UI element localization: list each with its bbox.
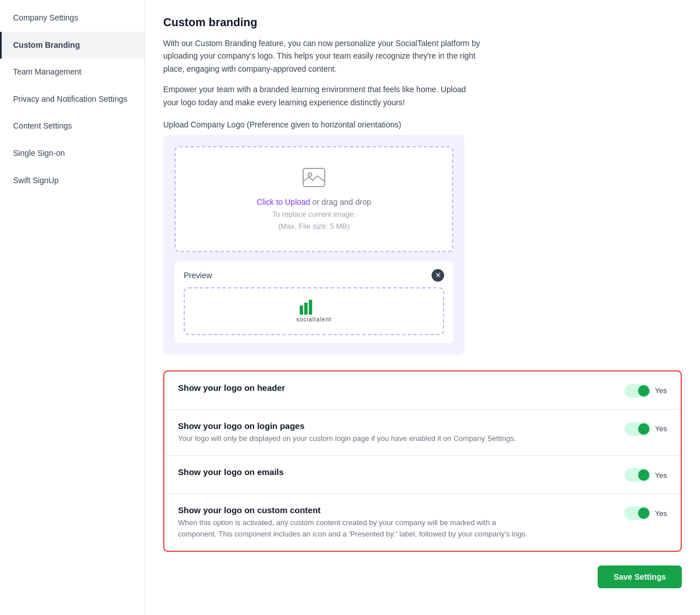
upload-label: Upload Company Logo (Preference given to… <box>163 120 682 129</box>
socialtalent-logo: socialtalent <box>296 300 332 323</box>
toggle-login[interactable] <box>624 422 651 436</box>
preview-container: Preview ✕ socialtalent <box>175 261 453 343</box>
setting-row-header: Show your logo on header Yes <box>164 372 681 410</box>
toggle-wrapper-custom-content: Yes <box>624 506 667 520</box>
sidebar: Company Settings Custom Branding Team Ma… <box>0 0 145 615</box>
svg-rect-2 <box>300 306 303 315</box>
setting-content-header: Show your logo on header <box>178 383 611 395</box>
toggle-custom-content[interactable] <box>624 506 651 520</box>
setting-title-emails: Show your logo on emails <box>178 467 611 477</box>
description-1: With our Custom Branding feature, you ca… <box>163 37 482 75</box>
toggle-header[interactable] <box>624 384 651 398</box>
save-settings-button[interactable]: Save Settings <box>598 566 682 588</box>
preview-image-area: socialtalent <box>184 287 444 335</box>
setting-content-emails: Show your logo on emails <box>178 467 611 479</box>
toggle-wrapper-emails: Yes <box>624 468 667 482</box>
preview-close-button[interactable]: ✕ <box>432 269 444 282</box>
setting-desc-login: Your logo will only be displayed on your… <box>178 433 531 444</box>
sidebar-item-privacy-notification[interactable]: Privacy and Notification Settings <box>0 86 144 113</box>
sidebar-item-team-management[interactable]: Team Management <box>0 59 144 86</box>
settings-section: Show your logo on header Yes Show your l… <box>163 370 682 552</box>
toggle-wrapper-header: Yes <box>624 384 667 398</box>
upload-click-link[interactable]: Click to Upload <box>256 197 310 207</box>
svg-rect-0 <box>303 168 325 187</box>
sidebar-item-single-sign-on[interactable]: Single Sign-on <box>0 140 144 167</box>
toggle-label-header: Yes <box>655 386 667 395</box>
svg-rect-4 <box>309 300 312 315</box>
upload-dropzone[interactable]: Click to Upload or drag and drop To repl… <box>175 146 453 252</box>
sidebar-item-swift-signup[interactable]: Swift SignUp <box>0 167 144 195</box>
upload-container: Click to Upload or drag and drop To repl… <box>163 135 465 354</box>
description-2: Empower your team with a branded learnin… <box>163 83 482 109</box>
sidebar-item-company-settings[interactable]: Company Settings <box>0 5 144 32</box>
main-content: Custom branding With our Custom Branding… <box>145 0 700 615</box>
setting-title-login: Show your logo on login pages <box>178 421 611 431</box>
setting-title-header: Show your logo on header <box>178 383 611 393</box>
setting-row-emails: Show your logo on emails Yes <box>164 456 681 494</box>
setting-content-login: Show your logo on login pages Your logo … <box>178 421 611 444</box>
page-title: Custom branding <box>163 16 682 29</box>
toggle-emails[interactable] <box>624 468 651 482</box>
sidebar-item-content-settings[interactable]: Content Settings <box>0 113 144 140</box>
preview-header: Preview ✕ <box>184 269 444 282</box>
toggle-label-login: Yes <box>655 424 667 433</box>
svg-point-1 <box>308 173 312 176</box>
toggle-wrapper-login: Yes <box>624 422 667 436</box>
upload-text: Click to Upload or drag and drop <box>187 197 441 207</box>
preview-label: Preview <box>184 271 212 280</box>
setting-content-custom-content: Show your logo on custom content When th… <box>178 505 611 539</box>
image-upload-icon <box>187 168 441 192</box>
upload-hint-2: (Max. File size: 5 MB) <box>187 222 441 230</box>
save-row: Save Settings <box>163 566 682 588</box>
sidebar-item-custom-branding[interactable]: Custom Branding <box>0 32 144 59</box>
toggle-label-emails: Yes <box>655 471 667 480</box>
setting-row-custom-content: Show your logo on custom content When th… <box>164 494 681 551</box>
setting-row-login: Show your logo on login pages Your logo … <box>164 410 681 456</box>
setting-desc-custom-content: When this option is activated, any custo… <box>178 517 531 539</box>
toggle-label-custom-content: Yes <box>655 509 667 518</box>
setting-title-custom-content: Show your logo on custom content <box>178 505 611 515</box>
svg-rect-3 <box>304 303 308 315</box>
upload-hint-1: To replace current image. <box>187 210 441 218</box>
